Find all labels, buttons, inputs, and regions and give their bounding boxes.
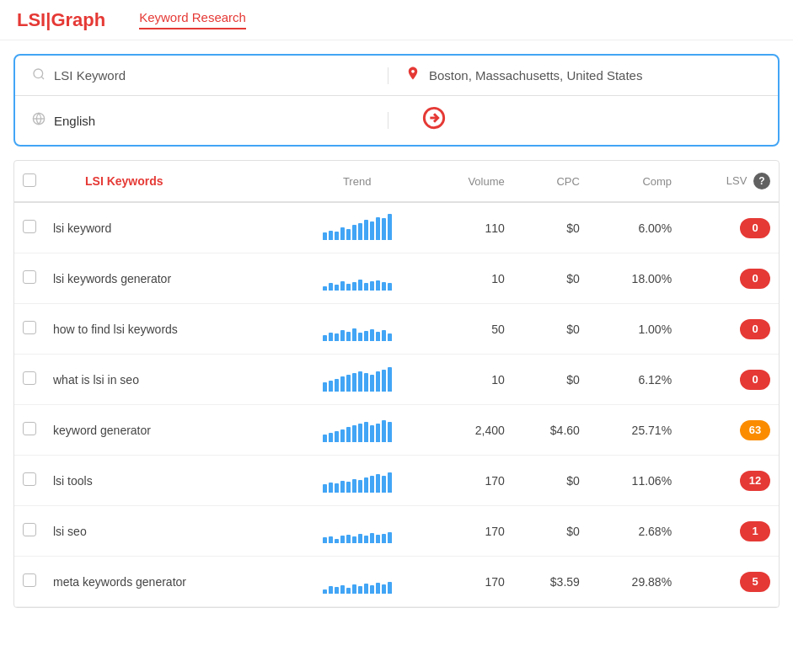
lsv-help-icon[interactable]: ? — [753, 173, 770, 189]
trend-bar — [388, 472, 392, 493]
row-checkbox-cell[interactable] — [14, 405, 45, 456]
trend-bar — [340, 429, 345, 442]
row-cpc: $0 — [513, 304, 588, 355]
row-checkbox[interactable] — [23, 573, 36, 587]
trend-bar — [346, 427, 351, 442]
row-checkbox[interactable] — [23, 472, 36, 486]
trend-bar — [388, 582, 392, 594]
trend-bar — [352, 479, 356, 493]
row-volume: 110 — [426, 202, 513, 253]
trend-bar — [388, 367, 392, 392]
trend-bar — [358, 480, 362, 493]
trend-bar — [323, 286, 327, 291]
submit-area[interactable] — [388, 106, 761, 135]
search-icon — [32, 67, 46, 84]
trend-bar — [340, 481, 345, 493]
location-value: Boston, Massachusetts, United States — [429, 68, 642, 83]
header-checkbox-cell[interactable] — [14, 161, 45, 202]
search-bottom-row: English — [15, 96, 778, 145]
trend-bar — [340, 281, 345, 291]
trend-bar — [376, 217, 380, 241]
table-row: keyword generator2,400$4.6025.71%63 — [14, 405, 779, 456]
row-checkbox[interactable] — [23, 523, 36, 536]
keyword-input-value[interactable]: LSI Keyword — [54, 68, 126, 83]
row-trend — [287, 506, 426, 557]
trend-bar — [358, 280, 362, 291]
trend-bar — [364, 584, 368, 594]
language-value: English — [54, 114, 95, 128]
table-scroll-area[interactable]: LSI Keywords Trend Volume CPC Comp LSV ?… — [14, 161, 779, 607]
row-checkbox-cell[interactable] — [14, 355, 45, 405]
row-checkbox[interactable] — [23, 371, 36, 385]
keyword-text[interactable]: lsi tools — [53, 474, 93, 488]
row-checkbox-cell[interactable] — [14, 253, 45, 304]
row-checkbox-cell[interactable] — [14, 456, 45, 506]
lsv-badge: 0 — [740, 269, 770, 289]
row-checkbox-cell[interactable] — [14, 202, 45, 253]
row-trend — [287, 557, 426, 607]
location-area: Boston, Massachusetts, United States — [388, 66, 761, 85]
row-checkbox-cell[interactable] — [14, 506, 45, 557]
results-table-container: LSI Keywords Trend Volume CPC Comp LSV ?… — [13, 160, 780, 608]
row-checkbox[interactable] — [23, 422, 36, 435]
row-comp: 6.00% — [588, 202, 680, 253]
trend-bars — [323, 567, 392, 594]
table-row: how to find lsi keywords50$01.00%0 — [14, 304, 779, 355]
row-checkbox[interactable] — [23, 270, 36, 284]
header-lsv: LSV ? — [680, 161, 779, 202]
keyword-text[interactable]: lsi keyword — [53, 221, 111, 235]
keyword-research-tab[interactable]: Keyword Research — [139, 10, 246, 29]
keyword-search-area[interactable]: LSI Keyword — [32, 67, 388, 84]
keyword-text[interactable]: how to find lsi keywords — [53, 323, 178, 336]
language-area[interactable]: English — [32, 112, 388, 129]
trend-bar — [370, 329, 374, 341]
row-checkbox-cell[interactable] — [14, 557, 45, 607]
row-comp: 6.12% — [588, 355, 680, 405]
keyword-text[interactable]: lsi seo — [53, 525, 87, 538]
trend-bar — [346, 284, 351, 291]
trend-bar — [370, 281, 374, 291]
trend-bar — [388, 214, 392, 240]
row-comp: 2.68% — [588, 506, 680, 557]
trend-bar — [335, 333, 339, 341]
submit-icon[interactable] — [405, 106, 446, 135]
trend-bar — [335, 379, 339, 392]
keyword-text[interactable]: keyword generator — [53, 424, 151, 437]
trend-bar — [335, 285, 339, 291]
header-keyword: LSI Keywords — [45, 161, 287, 202]
row-lsv: 5 — [680, 557, 779, 607]
row-volume: 50 — [426, 304, 513, 355]
logo-lsi: LSI — [17, 9, 46, 30]
trend-bar — [352, 373, 356, 392]
keyword-text[interactable]: lsi keywords generator — [53, 272, 171, 285]
row-comp: 25.71% — [588, 405, 680, 456]
trend-bar — [352, 584, 356, 594]
row-checkbox-cell[interactable] — [14, 304, 45, 355]
row-checkbox[interactable] — [23, 321, 36, 334]
row-checkbox[interactable] — [23, 220, 36, 233]
trend-bar — [370, 425, 374, 442]
trend-bar — [382, 476, 386, 493]
logo-graph: Graph — [51, 9, 105, 30]
trend-bar — [364, 331, 368, 341]
trend-bars — [323, 516, 392, 543]
trend-bar — [382, 282, 386, 291]
trend-bar — [370, 476, 374, 493]
trend-bar — [370, 533, 374, 543]
trend-bars — [323, 264, 392, 291]
trend-bar — [376, 474, 380, 493]
trend-bar — [352, 536, 356, 543]
trend-bar — [376, 371, 380, 392]
trend-bar — [340, 227, 345, 240]
row-keyword: lsi tools — [45, 456, 287, 506]
trend-bar — [370, 221, 374, 240]
row-volume: 170 — [426, 506, 513, 557]
trend-bar — [376, 332, 380, 341]
trend-bar — [364, 283, 368, 291]
select-all-checkbox[interactable] — [23, 173, 36, 187]
trend-bar — [340, 330, 345, 341]
keyword-text[interactable]: what is lsi in seo — [53, 373, 139, 387]
row-comp: 1.00% — [588, 304, 680, 355]
keyword-text[interactable]: meta keywords generator — [53, 575, 186, 589]
row-lsv: 0 — [680, 355, 779, 405]
